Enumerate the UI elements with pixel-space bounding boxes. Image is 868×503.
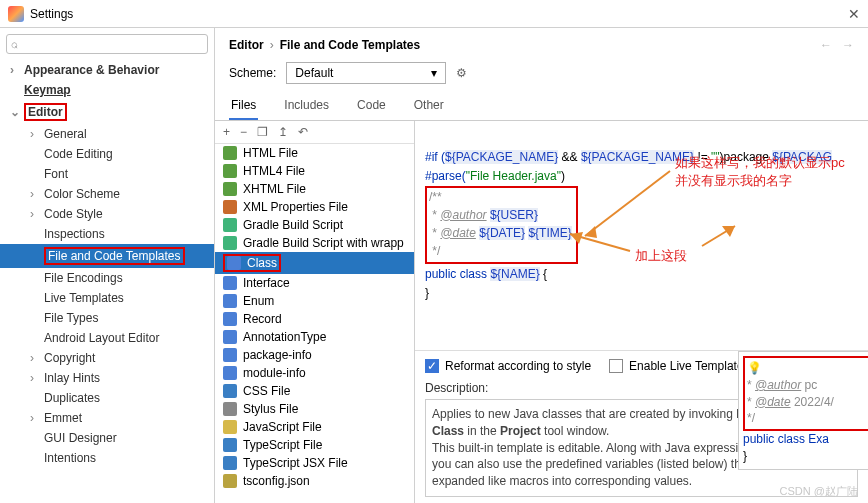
template-tabs: FilesIncludesCodeOther	[215, 92, 868, 121]
file-icon	[223, 474, 237, 488]
checkbox-icon	[609, 359, 623, 373]
file-icon	[223, 330, 237, 344]
nav-back-icon[interactable]: ←	[820, 38, 832, 52]
template-annotationtype[interactable]: AnnotationType	[215, 328, 414, 346]
gear-icon[interactable]: ⚙	[456, 66, 467, 80]
add-template-button[interactable]: +	[223, 125, 230, 139]
template-package-info[interactable]: package-info	[215, 346, 414, 364]
breadcrumb-sep: ›	[270, 38, 274, 52]
file-icon	[223, 146, 237, 160]
chevron-down-icon: ▾	[431, 66, 437, 80]
sidebar-item-intentions[interactable]: Intentions	[0, 448, 214, 468]
sidebar-item-live-templates[interactable]: Live Templates	[0, 288, 214, 308]
sidebar-item-appearance-behavior[interactable]: Appearance & Behavior	[0, 60, 214, 80]
checkbox-checked-icon: ✓	[425, 359, 439, 373]
tab-code[interactable]: Code	[355, 92, 388, 120]
file-icon	[223, 348, 237, 362]
chevron-right-icon	[10, 63, 20, 77]
copy-template-button[interactable]: ❐	[257, 125, 268, 139]
tab-includes[interactable]: Includes	[282, 92, 331, 120]
file-icon	[223, 402, 237, 416]
sidebar-item-keymap[interactable]: Keymap	[0, 80, 214, 100]
chevron-right-icon	[30, 127, 40, 141]
window-title: Settings	[30, 7, 73, 21]
up-button[interactable]: ↥	[278, 125, 288, 139]
sidebar-item-file-and-code-templates[interactable]: File and Code Templates	[0, 244, 214, 268]
code-preview-popup: 💡 * @author pc * @date 2022/4/ */ public…	[738, 351, 868, 470]
chevron-right-icon	[30, 411, 40, 425]
file-icon	[227, 256, 241, 270]
nav-forward-icon[interactable]: →	[842, 38, 854, 52]
chevron-right-icon	[30, 207, 40, 221]
template-class[interactable]: Class	[215, 252, 414, 274]
file-icon	[223, 312, 237, 326]
svg-line-2	[570, 234, 630, 251]
svg-line-0	[585, 171, 670, 236]
sidebar-item-file-types[interactable]: File Types	[0, 308, 214, 328]
close-icon[interactable]: ✕	[848, 6, 860, 22]
template-html4-file[interactable]: HTML4 File	[215, 162, 414, 180]
sidebar-item-duplicates[interactable]: Duplicates	[0, 388, 214, 408]
tab-other[interactable]: Other	[412, 92, 446, 120]
template-gradle-build-script-with-wrapp[interactable]: Gradle Build Script with wrapp	[215, 234, 414, 252]
app-icon	[8, 6, 24, 22]
sidebar-item-emmet[interactable]: Emmet	[0, 408, 214, 428]
file-icon	[223, 294, 237, 308]
template-gradle-build-script[interactable]: Gradle Build Script	[215, 216, 414, 234]
sidebar-item-inspections[interactable]: Inspections	[0, 224, 214, 244]
svg-line-4	[702, 226, 735, 246]
template-xhtml-file[interactable]: XHTML File	[215, 180, 414, 198]
file-icon	[223, 276, 237, 290]
search-box[interactable]: ⌕	[6, 34, 208, 54]
template-javascript-file[interactable]: JavaScript File	[215, 418, 414, 436]
file-icon	[223, 384, 237, 398]
undo-button[interactable]: ↶	[298, 125, 308, 139]
file-icon	[223, 420, 237, 434]
file-icon	[223, 182, 237, 196]
template-stylus-file[interactable]: Stylus File	[215, 400, 414, 418]
file-icon	[223, 200, 237, 214]
sidebar-item-editor[interactable]: Editor	[0, 100, 214, 124]
annotation-3: 加上这段	[635, 246, 687, 266]
template-tsconfig-json[interactable]: tsconfig.json	[215, 472, 414, 490]
sidebar-item-code-style[interactable]: Code Style	[0, 204, 214, 224]
file-icon	[223, 218, 237, 232]
scheme-value: Default	[295, 66, 333, 80]
search-input[interactable]	[18, 37, 203, 51]
chevron-down-icon	[10, 105, 20, 119]
template-interface[interactable]: Interface	[215, 274, 414, 292]
template-typescript-file[interactable]: TypeScript File	[215, 436, 414, 454]
sidebar-item-gui-designer[interactable]: GUI Designer	[0, 428, 214, 448]
template-html-file[interactable]: HTML File	[215, 144, 414, 162]
sidebar-item-android-layout-editor[interactable]: Android Layout Editor	[0, 328, 214, 348]
template-typescript-jsx-file[interactable]: TypeScript JSX File	[215, 454, 414, 472]
annotation-2: 并没有显示我的名字	[675, 171, 792, 191]
sidebar-item-file-encodings[interactable]: File Encodings	[0, 268, 214, 288]
template-xml-properties-file[interactable]: XML Properties File	[215, 198, 414, 216]
svg-marker-1	[585, 226, 597, 238]
chevron-right-icon	[30, 351, 40, 365]
scheme-label: Scheme:	[229, 66, 276, 80]
template-enum[interactable]: Enum	[215, 292, 414, 310]
search-icon: ⌕	[11, 37, 18, 51]
sidebar-item-code-editing[interactable]: Code Editing	[0, 144, 214, 164]
remove-template-button[interactable]: −	[240, 125, 247, 139]
sidebar-item-copyright[interactable]: Copyright	[0, 348, 214, 368]
code-editor[interactable]: #if (${PACKAGE_NAME} && ${PACKAGE_NAME} …	[415, 121, 868, 351]
live-templates-checkbox[interactable]: Enable Live Templates	[609, 359, 750, 373]
settings-tree: Appearance & BehaviorKeymapEditorGeneral…	[0, 60, 214, 503]
chevron-right-icon	[30, 187, 40, 201]
template-css-file[interactable]: CSS File	[215, 382, 414, 400]
template-record[interactable]: Record	[215, 310, 414, 328]
template-module-info[interactable]: module-info	[215, 364, 414, 382]
file-icon	[223, 236, 237, 250]
breadcrumb-editor[interactable]: Editor	[229, 38, 264, 52]
watermark: CSDN @赵广陆	[780, 484, 858, 499]
sidebar-item-inlay-hints[interactable]: Inlay Hints	[0, 368, 214, 388]
sidebar-item-color-scheme[interactable]: Color Scheme	[0, 184, 214, 204]
scheme-select[interactable]: Default ▾	[286, 62, 446, 84]
sidebar-item-general[interactable]: General	[0, 124, 214, 144]
tab-files[interactable]: Files	[229, 92, 258, 120]
reformat-checkbox[interactable]: ✓ Reformat according to style	[425, 359, 591, 373]
sidebar-item-font[interactable]: Font	[0, 164, 214, 184]
